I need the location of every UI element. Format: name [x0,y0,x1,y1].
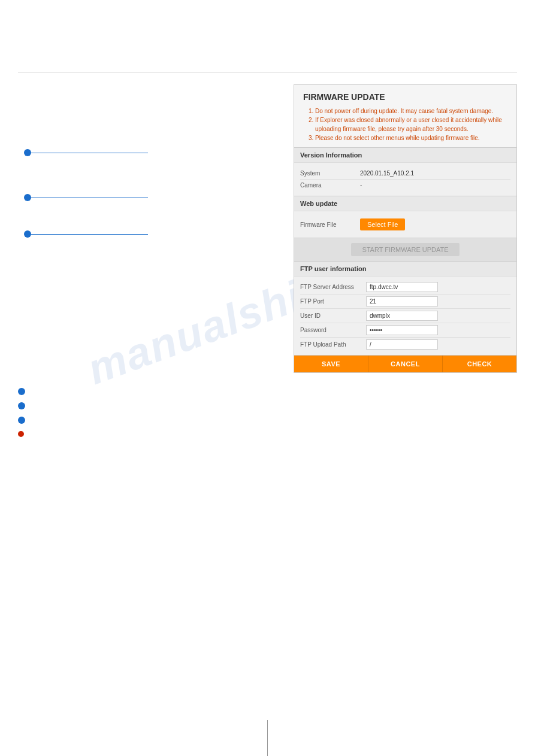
annotation-dot-version [24,149,31,156]
bottom-dot-3 [18,417,25,424]
select-file-button[interactable]: Select File [360,218,405,230]
vertical-divider [267,720,268,756]
ftp-server-input[interactable] [366,282,438,292]
firmware-file-row: Firmware File Select File [300,216,510,233]
ftp-port-row: FTP Port [300,294,510,309]
version-system-row: System 2020.01.15_A10.2.1 [300,168,510,180]
page-container: manualshive.com FIR [0,72,535,756]
bottom-dot-2 [18,402,25,409]
firmware-panel: FIRMWARE UPDATE Do not power off during … [294,84,517,373]
action-buttons-row: SAVE CANCEL CHECK [294,355,516,372]
panel-title: FIRMWARE UPDATE [303,92,507,102]
ftp-content: FTP Server Address FTP Port User ID Pass… [294,276,516,355]
warning-2: If Explorer was closed abnormally or a u… [315,116,507,133]
annotation-dot-webupdate [24,194,31,201]
version-section-header: Version Information [294,147,516,162]
ftp-section-header: FTP user information [294,261,516,276]
ftp-upload-path-row: FTP Upload Path [300,338,510,351]
ftp-server-label: FTP Server Address [300,284,366,290]
start-firmware-update-button[interactable]: START FIRMWARE UPDATE [351,243,459,256]
ftp-port-label: FTP Port [300,298,366,305]
ftp-userid-input[interactable] [366,311,438,321]
ftp-password-row: Password [300,323,510,338]
bottom-dot-row-2 [18,402,517,409]
ftp-server-row: FTP Server Address [300,280,510,294]
ftp-password-label: Password [300,327,366,333]
bottom-dot-row-3 [18,417,517,424]
panel-header: FIRMWARE UPDATE Do not power off during … [294,85,516,147]
bottom-dot-row-4 [18,431,517,437]
warning-1: Do not power off during update. It may c… [315,107,507,116]
version-camera-label: Camera [300,182,360,189]
annotation-line-start [31,234,148,235]
ftp-upload-path-label: FTP Upload Path [300,341,366,348]
top-divider [18,72,517,72]
warning-list: Do not power off during update. It may c… [303,107,507,142]
ftp-upload-path-input[interactable] [366,339,438,350]
web-update-section-header: Web update [294,196,516,211]
warning-3: Please do not select other menus while u… [315,133,507,142]
start-update-row: START FIRMWARE UPDATE [294,238,516,261]
annotation-line-version [31,153,148,153]
version-camera-row: Camera - [300,180,510,191]
cancel-button[interactable]: CANCEL [368,356,443,372]
version-system-value: 2020.01.15_A10.2.1 [360,170,414,177]
annotation-dot-start [24,230,31,238]
ftp-port-input[interactable] [366,296,438,306]
bottom-dot-red [18,431,24,437]
annotation-line-webupdate [31,198,148,198]
ftp-userid-row: User ID [300,309,510,323]
version-system-label: System [300,170,360,177]
version-section-content: System 2020.01.15_A10.2.1 Camera - [294,162,516,196]
version-camera-value: - [360,182,362,189]
bottom-annotations [18,388,517,437]
bottom-dot-row-1 [18,388,517,395]
save-button[interactable]: SAVE [294,356,368,372]
bottom-dot-1 [18,388,25,395]
ftp-password-input[interactable] [366,325,438,335]
firmware-file-label: Firmware File [300,221,360,228]
check-button[interactable]: CHECK [443,356,516,372]
ftp-userid-label: User ID [300,312,366,319]
web-update-content: Firmware File Select File [294,211,516,238]
